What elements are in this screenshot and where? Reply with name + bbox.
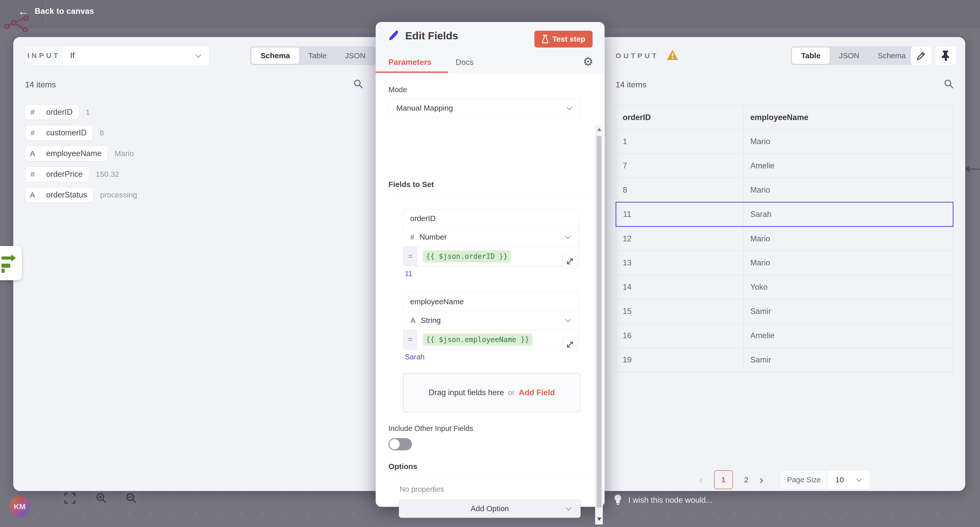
schema-item-employeeName: AemployeeNameMario [25,146,137,161]
input-node-if-card[interactable] [0,246,22,280]
scroll-up-arrow-icon[interactable] [597,128,601,131]
table-row[interactable]: 1Mario [616,129,953,154]
scrollbar-thumb[interactable] [597,136,601,508]
field-type-select[interactable]: # Number [404,228,579,246]
field-value-input[interactable]: = {{ $json.employeeName }} [404,330,579,349]
chevron-down-icon [566,104,573,110]
include-other-fields-toggle[interactable] [388,438,412,450]
tab-docs[interactable]: Docs [455,58,474,67]
input-schema-list: #orderID1#customerID8AemployeeNameMario#… [25,104,137,203]
modal-title: Edit Fields [405,30,458,42]
input-search-button[interactable] [352,78,364,90]
table-row[interactable]: 12Mario [616,227,953,251]
node-feedback-button[interactable]: I wish this node would... [614,494,712,506]
table-row[interactable]: 19Samir [616,348,953,372]
schema-field-pill[interactable]: #customerID [25,125,93,141]
schema-field-pill[interactable]: AorderStatus [25,187,94,203]
field-name: orderPrice [40,167,89,182]
page-size-label: Page Size [780,470,828,489]
test-step-button[interactable]: Test step [535,31,593,48]
expression-chip[interactable]: {{ $json.employeeName }} [423,334,532,346]
tab-parameters[interactable]: Parameters [388,58,431,67]
previous-page-button[interactable]: ‹ [699,474,703,485]
field-sample-value: 1 [86,108,90,117]
expand-expression-button[interactable] [563,337,577,352]
divider [388,475,592,475]
field-value-input[interactable]: = {{ $json.orderID }} [404,246,579,266]
no-properties-label: No properties [400,485,444,493]
table-cell: 8 [616,178,744,202]
page-1-button[interactable]: 1 [714,470,733,489]
tab-json[interactable]: JSON [830,48,869,64]
table-row[interactable]: 7Amelie [616,154,953,178]
flask-icon [542,35,549,43]
next-page-button[interactable]: › [759,474,763,485]
mode-select[interactable]: Manual Mapping [388,99,580,118]
expression-chip[interactable]: {{ $json.orderID }} [423,250,511,262]
schema-field-pill[interactable]: #orderID [25,104,79,120]
active-tab-underline [375,72,448,73]
edit-fields-node-icon [387,30,399,42]
output-search-button[interactable] [943,78,955,90]
wish-text: I wish this node would... [628,495,712,505]
input-items-count: 14 items [25,80,56,89]
chevron-down-icon [856,476,862,482]
include-other-fields-label: Include Other Input Fields [388,424,473,433]
modal-scrollbar[interactable] [595,125,603,524]
table-cell: Amelie [744,324,953,348]
table-row[interactable]: 15Samir [616,299,953,324]
page-size-select[interactable]: Page Size 10 [780,470,870,489]
pin-data-button[interactable] [935,46,956,65]
table-row[interactable]: 8Mario [616,178,953,202]
expression-result: 11 [405,270,412,278]
field-name-input[interactable]: employeeName [404,292,579,311]
schema-field-pill[interactable]: #orderPrice [25,166,89,182]
chevron-down-icon [565,233,571,239]
pagination: ‹ 1 2 › Page Size 10 [616,470,953,490]
drag-drop-zone[interactable]: Drag input fields here or Add Field [403,373,580,412]
tab-schema[interactable]: Schema [251,48,299,64]
add-field-button[interactable]: Add Field [519,388,555,397]
table-row[interactable]: 11Sarah [616,202,953,227]
gear-icon[interactable]: ⚙ [583,56,593,67]
table-cell: Mario [744,251,953,275]
table-row[interactable]: 16Amelie [616,324,953,348]
table-row[interactable]: 13Mario [616,251,953,275]
chevron-down-icon [196,52,201,58]
field-name-input[interactable]: orderID [404,209,579,228]
page-size-value: 10 [828,470,857,489]
table-cell: Mario [744,227,953,251]
field-sample-value: processing [100,190,137,199]
table-cell: 14 [616,275,744,299]
tab-schema[interactable]: Schema [869,48,915,64]
output-items-count: 14 items [616,80,646,89]
table-cell: Amelie [744,154,953,178]
field-name: employeeName [40,146,108,161]
modal-parameters-body: Mode Manual Mapping Fields to Set orderI… [375,73,605,507]
field-type-select[interactable]: A String [404,311,579,330]
edit-fields-modal: Edit Fields Test step Parameters Docs ⚙ … [375,22,605,507]
table-cell: Samir [744,299,953,324]
string-type-icon: A [25,146,40,161]
schema-field-pill[interactable]: AemployeeName [25,146,108,161]
output-table: orderIDemployeeName1Mario7Amelie8Mario11… [616,105,953,372]
page-2-button[interactable]: 2 [744,475,749,484]
tab-json[interactable]: JSON [336,48,375,64]
test-step-label: Test step [552,35,585,43]
table-row[interactable]: 14Yoko [616,275,953,299]
avatar[interactable]: KM [9,496,30,517]
table-cell: 12 [616,227,744,251]
chevron-down-icon [566,505,572,511]
scroll-down-arrow-icon[interactable] [597,517,601,521]
edit-output-button[interactable] [911,46,932,65]
expand-expression-button[interactable] [563,254,577,268]
tab-table[interactable]: Table [299,48,336,64]
toggle-knob [390,439,400,449]
add-option-select[interactable]: Add Option [399,500,581,518]
search-icon [353,78,364,89]
tab-table[interactable]: Table [792,48,830,64]
input-source-select[interactable]: INPUT If [25,46,209,65]
field-card-employeeName: employeeName A String = {{ $json.employe… [403,292,579,350]
input-view-tabs: SchemaTableJSON [250,46,376,65]
zoom-in-icon [95,492,107,504]
